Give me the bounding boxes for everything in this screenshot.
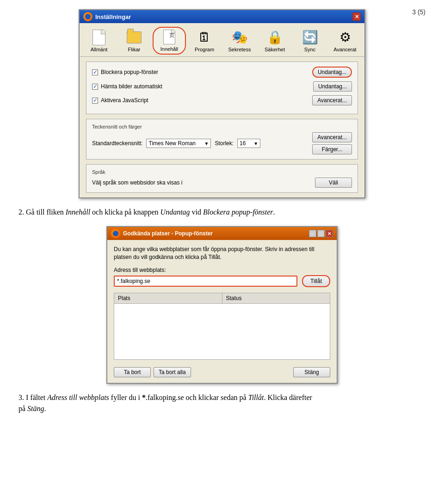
page-number: 3 (5) xyxy=(412,8,426,16)
size-select[interactable]: 16 ▼ xyxy=(237,139,260,148)
avancerat-font-button[interactable]: Avancerat... xyxy=(312,132,352,142)
undantag2-button[interactable]: Undantag... xyxy=(313,81,352,92)
lock-img: 🔒 xyxy=(267,31,283,44)
toolbar-item-sync[interactable]: 🔄 Sync xyxy=(293,27,327,55)
popup-input-row: Tillåt xyxy=(114,275,330,287)
font-section-title: Teckensnitt och färger xyxy=(92,124,352,129)
plats-header: Plats xyxy=(114,293,222,303)
font-row: Standardteckensnitt: Times New Roman ▼ S… xyxy=(92,132,352,154)
popup-field-label: Adress till webbplats: xyxy=(114,267,330,273)
blockera-popup-label: Blockera popup-fönster xyxy=(101,69,158,75)
domain-text: .falkoping.se xyxy=(146,393,184,401)
popup-close-button[interactable]: ✕ xyxy=(326,230,333,237)
asterisk-bold: * xyxy=(142,393,146,401)
gear-img: ⚙ xyxy=(339,31,351,44)
farger-button[interactable]: Färger... xyxy=(312,144,352,154)
popup-title: Godkända platser - Popup-fönster xyxy=(123,230,213,237)
popup-table: Plats Status xyxy=(114,293,330,360)
status-header: Status xyxy=(222,293,330,303)
sync-icon: 🔄 xyxy=(302,29,318,46)
popup-maximize-button[interactable]: □ xyxy=(317,230,325,237)
tillat-italic: Tillåt xyxy=(248,393,264,401)
standardteckensnitt-label: Standardteckensnitt: xyxy=(92,140,142,147)
toolbar-label-sync: Sync xyxy=(304,47,315,52)
toolbar-item-sakerhet[interactable]: 🔒 Säkerhet xyxy=(258,27,291,55)
font-select[interactable]: Times New Roman ▼ xyxy=(146,139,211,148)
titlebar-left: Inställningar xyxy=(83,12,131,21)
settings-title: Inställningar xyxy=(95,13,131,20)
innehall-icon: 页 xyxy=(161,29,178,45)
aktivera-js-row: Aktivera JavaScript Avancerat... xyxy=(92,95,352,105)
popup-window: Godkända platser - Popup-fönster ─ □ ✕ D… xyxy=(106,226,338,384)
popup-minimize-button[interactable]: ─ xyxy=(309,230,316,237)
popup-table-header: Plats Status xyxy=(114,293,330,304)
close-window-button[interactable]: ✕ xyxy=(352,12,361,21)
instruction-3-number: 3. I fältet xyxy=(18,393,47,401)
avancerat2-button[interactable]: Avancerat... xyxy=(312,95,352,105)
hamta-bilder-checkbox[interactable] xyxy=(92,84,98,90)
toolbar-label-sakerhet: Säkerhet xyxy=(265,47,285,52)
toolbar-item-allmant[interactable]: Allmänt xyxy=(82,27,116,55)
popup-body: Du kan ange vilka webbplatser som får öp… xyxy=(107,240,337,383)
toolbar-label-program: Program xyxy=(195,47,214,52)
instruction-3-text2: fyller du i xyxy=(109,393,142,401)
aktivera-js-label: Aktivera JavaScript xyxy=(101,97,148,104)
toolbar-label-sekretess: Sekretess xyxy=(228,47,251,52)
program-icon: 🗓 xyxy=(196,29,213,46)
mask-img: 🎭 xyxy=(232,31,248,44)
instruction-2-text4: . xyxy=(273,208,275,216)
font-value: Times New Roman xyxy=(148,140,196,147)
innehall-italic: Innehåll xyxy=(66,208,90,216)
storlek-label: Storlek: xyxy=(215,140,234,147)
popup-firefox-icon xyxy=(111,229,120,238)
language-desc: Välj språk som webbsidor ska visas i xyxy=(92,179,182,186)
toolbar-item-flikar[interactable]: Flikar xyxy=(117,27,151,55)
ta-bort-alla-button[interactable]: Ta bort alla xyxy=(154,367,191,377)
undantag-button-highlighted[interactable]: Undantag... xyxy=(312,67,352,78)
size-value: 16 xyxy=(240,140,246,147)
allmant-icon xyxy=(91,29,107,46)
settings-screenshot: Inställningar ✕ Allmänt Flikar xyxy=(18,9,426,198)
checkbox-group: Blockera popup-fönster Undantag... Hämta… xyxy=(86,61,358,114)
settings-titlebar: Inställningar ✕ xyxy=(80,10,364,23)
toolbar-item-innehall[interactable]: 页 Innehåll xyxy=(153,27,186,55)
toolbar-label-flikar: Flikar xyxy=(128,47,141,52)
size-arrow: ▼ xyxy=(253,141,258,146)
instruction-3-text3: och klickar sedan på xyxy=(184,393,248,401)
innehall-char: 页 xyxy=(169,32,174,39)
popup-controls: ─ □ ✕ xyxy=(309,230,333,237)
aktivera-js-checkbox[interactable] xyxy=(92,98,98,104)
toolbar-label-innehall: Innehåll xyxy=(160,46,179,52)
font-select-arrow: ▼ xyxy=(204,141,209,146)
settings-body: Blockera popup-fönster Undantag... Hämta… xyxy=(80,57,364,197)
flikar-icon xyxy=(126,29,142,46)
popup-address-input[interactable] xyxy=(114,276,297,287)
instruction-3-end: . xyxy=(44,405,46,412)
avancerat-icon: ⚙ xyxy=(337,29,353,46)
popup-description: Du kan ange vilka webbplatser som får öp… xyxy=(114,246,330,261)
stang-italic: Stäng xyxy=(27,405,44,412)
settings-window: Inställningar ✕ Allmänt Flikar xyxy=(79,9,365,198)
language-section: Språk Välj språk som webbsidor ska visas… xyxy=(86,164,358,193)
language-row: Välj språk som webbsidor ska visas i Väl… xyxy=(92,178,352,188)
sync-img: 🔄 xyxy=(302,31,318,44)
toolbar-item-sekretess[interactable]: 🎭 Sekretess xyxy=(223,27,256,55)
popup-screenshot: Godkända platser - Popup-fönster ─ □ ✕ D… xyxy=(18,226,426,384)
ta-bort-button[interactable]: Ta bort xyxy=(114,367,151,377)
firefox-icon xyxy=(83,12,92,21)
instruction-3: 3. I fältet Adress till webbplats fyller… xyxy=(18,392,426,414)
toolbar-item-avancerat[interactable]: ⚙ Avancerat xyxy=(328,27,362,55)
instruction-2: 2. Gå till fliken Innehåll och klicka på… xyxy=(18,207,426,218)
instruction-2-number: 2. Gå till fliken xyxy=(18,208,66,216)
popup-table-body xyxy=(114,304,330,359)
toolbar-item-program[interactable]: 🗓 Program xyxy=(188,27,221,55)
undantag2-btn-right: Undantag... xyxy=(313,81,352,92)
sekretess-icon: 🎭 xyxy=(231,29,248,46)
popup-footer: Ta bort Ta bort alla Stäng xyxy=(114,365,330,377)
blockera-popup-checkbox[interactable] xyxy=(92,69,98,75)
tillat-button[interactable]: Tillåt xyxy=(302,275,330,287)
stang-button[interactable]: Stäng xyxy=(293,367,330,377)
hamta-bilder-label: Hämta bilder automatiskt xyxy=(101,83,162,90)
blockera-popup-row: Blockera popup-fönster Undantag... xyxy=(92,67,352,78)
vali-button[interactable]: Väli xyxy=(315,178,352,188)
